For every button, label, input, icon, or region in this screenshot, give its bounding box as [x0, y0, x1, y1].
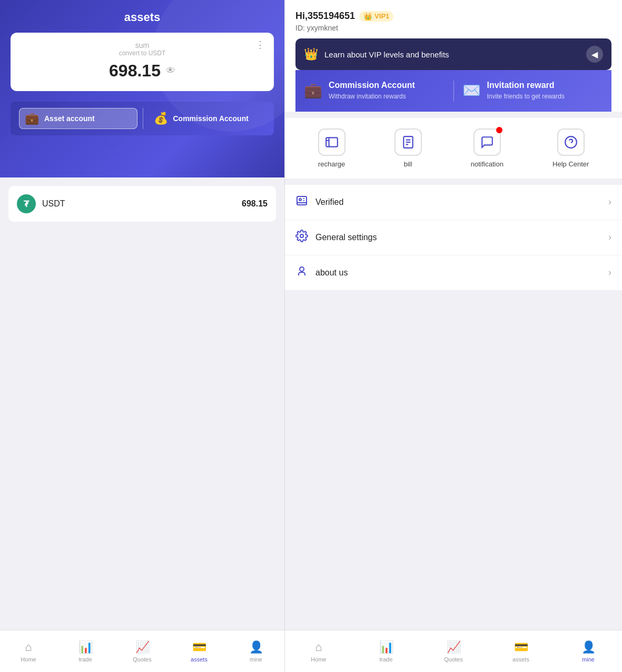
- balance-amount: 698.15: [109, 61, 161, 81]
- invitation-reward-desc: Invite friends to get rewards: [487, 92, 565, 101]
- svg-point-11: [300, 234, 303, 238]
- quotes-icon: 📈: [135, 640, 150, 654]
- right-nav-home[interactable]: ⌂ Home: [285, 636, 352, 667]
- help-icon-wrap: [557, 129, 585, 156]
- trade-icon: 📊: [78, 640, 93, 654]
- menu-section: Verified › General settings › about us ›: [285, 185, 622, 290]
- vip-text: VIP1: [374, 12, 389, 20]
- left-title: assets: [11, 11, 274, 24]
- nav-quotes-label: Quotes: [133, 656, 151, 663]
- convert-label: convert to USDT: [21, 50, 263, 57]
- home-icon: ⌂: [25, 640, 32, 654]
- quick-actions: recharge bill notification: [285, 118, 622, 179]
- balance-row: 698.15 👁: [21, 61, 263, 81]
- bill-icon-wrap: [394, 129, 422, 156]
- right-assets-icon: 💳: [514, 640, 528, 654]
- invitation-reward-title: Invitation reward: [487, 81, 565, 90]
- recharge-label: recharge: [318, 160, 345, 168]
- svg-rect-9: [297, 196, 307, 205]
- commission-account-btn[interactable]: 💰 Commission Account: [149, 108, 266, 129]
- recharge-action[interactable]: recharge: [318, 129, 345, 168]
- svg-point-12: [300, 267, 304, 271]
- right-trade-icon: 📊: [379, 640, 393, 654]
- right-mine-icon: 👤: [581, 640, 596, 654]
- account-buttons: 💼 Asset account 💰 Commission Account: [11, 102, 274, 135]
- nav-mine[interactable]: 👤 mine: [228, 636, 284, 667]
- right-nav-assets[interactable]: 💳 assets: [487, 636, 555, 667]
- svg-rect-0: [326, 137, 338, 146]
- wallet-icon: 💼: [25, 112, 39, 125]
- about-icon: [295, 265, 308, 281]
- user-greeting: Hi,355194651 👑 VIP1: [295, 11, 611, 22]
- settings-label: General settings: [315, 233, 608, 242]
- help-label: Help Center: [552, 160, 589, 168]
- help-action[interactable]: Help Center: [552, 129, 589, 168]
- notification-icon-wrap: [473, 129, 501, 156]
- greeting-name: Hi,355194651: [295, 11, 355, 22]
- svg-point-10: [299, 199, 301, 201]
- commission-reward-text: Commission Account Withdraw invitation r…: [329, 81, 415, 101]
- crown-small-icon: 👑: [363, 12, 372, 21]
- bill-action[interactable]: bill: [394, 129, 422, 168]
- user-id: ID: yxymknet: [295, 24, 611, 32]
- nav-mine-label: mine: [250, 656, 262, 663]
- bill-label: bill: [404, 160, 412, 168]
- nav-quotes[interactable]: 📈 Quotes: [114, 636, 171, 667]
- about-menu-item[interactable]: about us ›: [285, 255, 622, 290]
- right-nav-trade[interactable]: 📊 trade: [352, 636, 420, 667]
- asset-account-label: Asset account: [44, 114, 95, 123]
- nav-home-label: Home: [21, 656, 36, 663]
- btn-divider: [143, 108, 143, 129]
- vip-banner-left: 👑 Learn about VIP levels and benefits: [304, 47, 449, 61]
- nav-trade[interactable]: 📊 trade: [57, 636, 114, 667]
- right-nav-assets-label: assets: [512, 656, 529, 663]
- usdt-icon: ₮: [17, 194, 36, 213]
- nav-home[interactable]: ⌂ Home: [0, 636, 57, 667]
- settings-menu-item[interactable]: General settings ›: [285, 220, 622, 255]
- commission-reward-title: Commission Account: [329, 81, 415, 90]
- verified-label: Verified: [315, 197, 608, 207]
- vip-badge: 👑 VIP1: [359, 11, 393, 22]
- usdt-label: USDT: [42, 199, 235, 209]
- commission-reward-desc: Withdraw invitation rewards: [329, 92, 415, 101]
- reward-divider: [453, 81, 454, 101]
- verified-icon: [295, 194, 308, 210]
- notification-action[interactable]: notification: [471, 129, 503, 168]
- verified-arrow: ›: [608, 196, 611, 207]
- recharge-icon-wrap: [318, 129, 345, 156]
- usdt-row: ₮ USDT 698.15: [8, 186, 276, 222]
- left-content: ₮ USDT 698.15: [0, 177, 284, 630]
- vip-banner-arrow: ◀: [586, 46, 603, 63]
- about-arrow: ›: [608, 267, 611, 278]
- invitation-reward-item[interactable]: ✉️ Invitation reward Invite friends to g…: [462, 81, 604, 101]
- settings-icon: [295, 230, 308, 245]
- commission-reward-item[interactable]: 💼 Commission Account Withdraw invitation…: [304, 81, 445, 101]
- right-nav-mine[interactable]: 👤 mine: [555, 636, 622, 667]
- about-label: about us: [315, 268, 608, 278]
- rewards-card: 💼 Commission Account Withdraw invitation…: [295, 70, 611, 112]
- right-panel: Hi,355194651 👑 VIP1 ID: yxymknet 👑 Learn…: [284, 0, 622, 672]
- commission-account-label: Commission Account: [173, 114, 249, 123]
- right-top: Hi,355194651 👑 VIP1 ID: yxymknet 👑 Learn…: [285, 0, 622, 112]
- asset-account-btn[interactable]: 💼 Asset account: [19, 108, 137, 129]
- right-nav-home-label: Home: [311, 656, 326, 663]
- eye-icon[interactable]: 👁: [166, 65, 175, 76]
- settings-arrow: ›: [608, 232, 611, 243]
- nav-assets[interactable]: 💳 assets: [171, 636, 228, 667]
- right-nav-quotes-label: Quotes: [444, 656, 462, 663]
- assets-card: ⋮ sum convert to USDT 698.15 👁: [11, 33, 274, 91]
- card-menu-dots[interactable]: ⋮: [255, 39, 265, 51]
- verified-menu-item[interactable]: Verified ›: [285, 185, 622, 220]
- right-nav-quotes[interactable]: 📈 Quotes: [420, 636, 487, 667]
- crown-icon: 👑: [304, 47, 318, 61]
- invitation-reward-icon: ✉️: [462, 82, 481, 99]
- vip-banner[interactable]: 👑 Learn about VIP levels and benefits ◀: [295, 38, 611, 70]
- mine-icon: 👤: [249, 640, 263, 654]
- sum-label: sum: [21, 41, 263, 50]
- notification-dot: [496, 127, 502, 133]
- commission-icon: 💰: [154, 112, 168, 125]
- left-panel: assets ⋮ sum convert to USDT 698.15 👁 💼 …: [0, 0, 284, 672]
- right-nav-mine-label: mine: [582, 656, 595, 663]
- left-header: assets ⋮ sum convert to USDT 698.15 👁 💼 …: [0, 0, 284, 177]
- assets-icon: 💳: [192, 640, 206, 654]
